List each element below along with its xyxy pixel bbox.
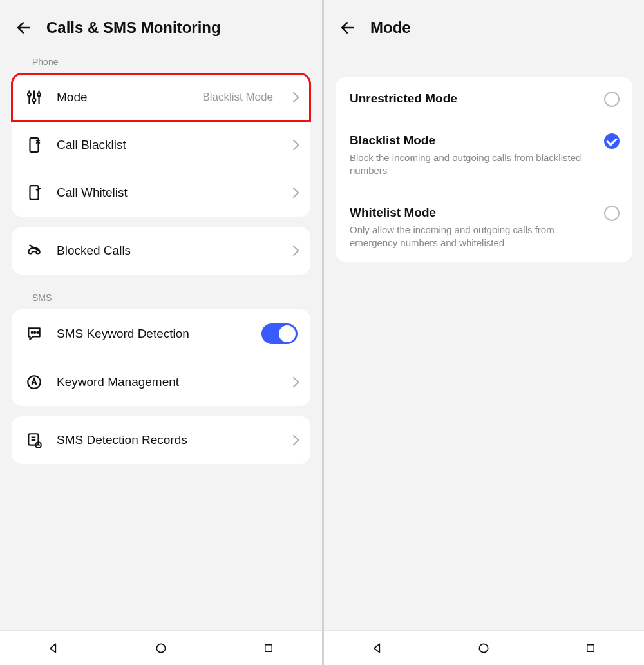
svg-point-27 xyxy=(480,644,488,652)
option-unrestricted-title: Unrestricted Mode xyxy=(350,92,618,106)
nav-back-icon[interactable] xyxy=(42,637,65,660)
page-title: Mode xyxy=(370,19,411,37)
svg-rect-28 xyxy=(587,644,594,651)
sliders-icon xyxy=(24,88,44,107)
keyword-management-icon xyxy=(24,372,44,392)
svg-point-2 xyxy=(28,93,31,96)
radio-unselected-icon[interactable] xyxy=(604,92,620,107)
card-mode: Mode Blacklist Mode xyxy=(12,73,310,121)
svg-marker-22 xyxy=(50,644,55,652)
card-phone-lists: Call Blacklist Call Whitelist xyxy=(12,121,310,217)
blocked-calls-icon xyxy=(24,241,44,260)
nav-recent-icon[interactable] xyxy=(257,637,280,660)
phone-blacklist-icon xyxy=(24,135,44,155)
row-blocked-calls-label: Blocked Calls xyxy=(57,244,277,258)
back-arrow-icon[interactable] xyxy=(338,18,357,37)
row-mode-value: Blacklist Mode xyxy=(202,91,273,104)
sms-records-icon xyxy=(24,430,44,450)
back-arrow-icon[interactable] xyxy=(14,18,33,37)
sms-keyword-icon xyxy=(24,324,44,343)
nav-back-icon[interactable] xyxy=(366,637,389,660)
card-sms-detection: SMS Keyword Detection Keyword Management xyxy=(12,309,310,406)
page-title: Calls & SMS Monitoring xyxy=(46,19,221,37)
chevron-right-icon xyxy=(289,92,299,103)
header: Mode xyxy=(324,0,644,49)
content: Phone Mode Blacklist Mode Call Blacklis xyxy=(0,49,322,665)
row-mode-label: Mode xyxy=(57,90,189,104)
radio-selected-icon[interactable] xyxy=(604,133,620,149)
option-whitelist[interactable]: Whitelist Mode Only allow the incoming a… xyxy=(336,191,632,263)
svg-point-4 xyxy=(33,99,36,102)
content: Unrestricted Mode Blacklist Mode Block t… xyxy=(324,49,644,665)
svg-point-14 xyxy=(37,332,38,333)
card-blocked-calls: Blocked Calls xyxy=(12,227,310,275)
row-call-blacklist-label: Call Blacklist xyxy=(57,138,277,152)
svg-point-23 xyxy=(156,644,165,652)
svg-point-12 xyxy=(32,332,33,333)
row-call-blacklist[interactable]: Call Blacklist xyxy=(12,121,310,169)
svg-marker-26 xyxy=(374,644,379,652)
option-blacklist-title: Blacklist Mode xyxy=(350,133,618,148)
mode-screen: Mode Unrestricted Mode Blacklist Mode Bl… xyxy=(322,0,644,665)
option-whitelist-title: Whitelist Mode xyxy=(350,206,618,220)
chevron-right-icon xyxy=(289,140,299,151)
row-call-whitelist-label: Call Whitelist xyxy=(57,186,277,200)
option-blacklist-desc: Block the incoming and outgoing calls fr… xyxy=(350,151,618,178)
nav-recent-icon[interactable] xyxy=(579,637,602,660)
calls-sms-screen: Calls & SMS Monitoring Phone Mode Blackl… xyxy=(0,0,322,665)
option-blacklist[interactable]: Blacklist Mode Block the incoming and ou… xyxy=(336,119,632,191)
sms-keyword-toggle[interactable] xyxy=(261,323,298,344)
chevron-right-icon xyxy=(289,377,299,388)
row-sms-detection-records[interactable]: SMS Detection Records xyxy=(12,416,310,464)
row-keyword-management[interactable]: Keyword Management xyxy=(12,358,310,406)
chevron-right-icon xyxy=(289,246,299,256)
nav-home-icon[interactable] xyxy=(149,637,173,660)
svg-point-6 xyxy=(37,93,41,96)
mode-options-card: Unrestricted Mode Blacklist Mode Block t… xyxy=(336,77,632,262)
phone-whitelist-icon xyxy=(24,183,44,202)
svg-rect-10 xyxy=(30,186,39,200)
option-whitelist-desc: Only allow the incoming and outgoing cal… xyxy=(350,224,618,250)
row-mode[interactable]: Mode Blacklist Mode xyxy=(12,73,310,121)
row-blocked-calls[interactable]: Blocked Calls xyxy=(12,227,310,275)
radio-unselected-icon[interactable] xyxy=(604,206,620,221)
chevron-right-icon xyxy=(289,435,299,446)
row-sms-keyword-label: SMS Keyword Detection xyxy=(57,327,249,341)
row-sms-records-label: SMS Detection Records xyxy=(57,433,277,447)
android-navbar xyxy=(0,630,322,665)
option-unrestricted[interactable]: Unrestricted Mode xyxy=(336,77,632,119)
row-call-whitelist[interactable]: Call Whitelist xyxy=(12,169,310,217)
row-sms-keyword-detection[interactable]: SMS Keyword Detection xyxy=(12,309,310,358)
header: Calls & SMS Monitoring xyxy=(0,0,322,49)
card-sms-records: SMS Detection Records xyxy=(12,416,310,464)
section-label-sms: SMS xyxy=(0,285,322,309)
svg-point-13 xyxy=(34,332,35,333)
svg-rect-24 xyxy=(265,644,272,651)
chevron-right-icon xyxy=(289,188,299,198)
row-keyword-management-label: Keyword Management xyxy=(57,375,277,389)
android-navbar xyxy=(324,630,644,665)
section-label-phone: Phone xyxy=(0,49,322,73)
nav-home-icon[interactable] xyxy=(472,637,495,660)
